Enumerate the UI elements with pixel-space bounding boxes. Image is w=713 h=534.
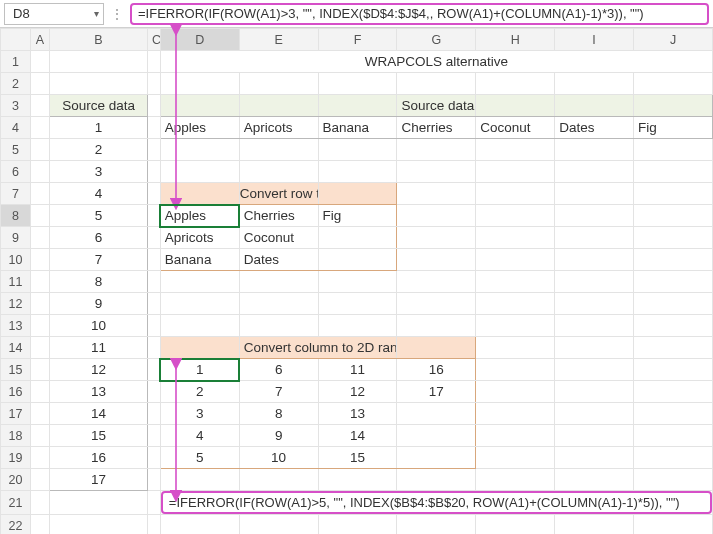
row-header[interactable]: 11: [1, 271, 31, 293]
cell[interactable]: 10: [50, 315, 148, 337]
cell[interactable]: 12: [318, 381, 397, 403]
col-header[interactable]: F: [318, 29, 397, 51]
cell[interactable]: Fig: [634, 117, 713, 139]
cell[interactable]: 1: [160, 359, 239, 381]
cell[interactable]: 17: [50, 469, 148, 491]
row-header[interactable]: 4: [1, 117, 31, 139]
cell[interactable]: 2: [50, 139, 148, 161]
select-all-corner[interactable]: [1, 29, 31, 51]
row-header[interactable]: 19: [1, 447, 31, 469]
row-header[interactable]: 14: [1, 337, 31, 359]
formula-text: =IFERROR(IF(ROW(A1)>3, "", INDEX($D$4:$J…: [138, 6, 644, 21]
col-header[interactable]: C: [148, 29, 161, 51]
row-header[interactable]: 21: [1, 491, 31, 515]
name-box-value: D8: [13, 6, 30, 21]
cell[interactable]: 15: [318, 447, 397, 469]
formula-input[interactable]: =IFERROR(IF(ROW(A1)>3, "", INDEX($D$4:$J…: [130, 3, 709, 25]
col-header[interactable]: J: [634, 29, 713, 51]
row-header[interactable]: 9: [1, 227, 31, 249]
row-header[interactable]: 7: [1, 183, 31, 205]
cell[interactable]: Apples: [160, 117, 239, 139]
cell[interactable]: 12: [50, 359, 148, 381]
cell[interactable]: Banana: [318, 117, 397, 139]
chevron-down-icon: ▾: [94, 8, 99, 19]
row-header[interactable]: 20: [1, 469, 31, 491]
cell[interactable]: 15: [50, 425, 148, 447]
cell[interactable]: 9: [239, 425, 318, 447]
cell[interactable]: Cherries: [397, 117, 476, 139]
cell[interactable]: 11: [318, 359, 397, 381]
cell[interactable]: Dates: [239, 249, 318, 271]
name-box[interactable]: D8 ▾: [4, 3, 104, 25]
row-header[interactable]: 5: [1, 139, 31, 161]
cell[interactable]: Coconut: [239, 227, 318, 249]
cell[interactable]: 4: [50, 183, 148, 205]
col-header[interactable]: A: [30, 29, 49, 51]
cell[interactable]: [318, 227, 397, 249]
cell[interactable]: [397, 425, 476, 447]
row-header[interactable]: 22: [1, 515, 31, 535]
cell[interactable]: 11: [50, 337, 148, 359]
row-header[interactable]: 16: [1, 381, 31, 403]
column-header-row: A B C D E F G H I J: [1, 29, 713, 51]
spreadsheet-grid: A B C D E F G H I J 1 WRAPCOLS alternati…: [0, 28, 713, 534]
row-header[interactable]: 13: [1, 315, 31, 337]
cell[interactable]: Banana: [160, 249, 239, 271]
cell[interactable]: Dates: [555, 117, 634, 139]
cell[interactable]: 13: [318, 403, 397, 425]
row-header[interactable]: 2: [1, 73, 31, 95]
cell[interactable]: Cherries: [239, 205, 318, 227]
cell[interactable]: 6: [239, 359, 318, 381]
cell[interactable]: [318, 249, 397, 271]
cell[interactable]: 5: [160, 447, 239, 469]
cell[interactable]: 5: [50, 205, 148, 227]
section1-header: [160, 183, 239, 205]
cell[interactable]: 10: [239, 447, 318, 469]
active-cell[interactable]: Apples: [160, 205, 239, 227]
cell[interactable]: 17: [397, 381, 476, 403]
cell[interactable]: 7: [239, 381, 318, 403]
cell[interactable]: 7: [50, 249, 148, 271]
row-header[interactable]: 18: [1, 425, 31, 447]
grid-table[interactable]: A B C D E F G H I J 1 WRAPCOLS alternati…: [0, 28, 713, 534]
row-header[interactable]: 1: [1, 51, 31, 73]
cell[interactable]: Fig: [318, 205, 397, 227]
formula-annotation: =IFERROR(IF(ROW(A1)>5, "", INDEX($B$4:$B…: [161, 491, 712, 514]
row-header[interactable]: 3: [1, 95, 31, 117]
cell[interactable]: 3: [160, 403, 239, 425]
col-header[interactable]: I: [555, 29, 634, 51]
cell[interactable]: 3: [50, 161, 148, 183]
cell[interactable]: Coconut: [476, 117, 555, 139]
row-header[interactable]: 15: [1, 359, 31, 381]
formula-separator: ⋮: [108, 6, 126, 22]
row-header[interactable]: 10: [1, 249, 31, 271]
row-header[interactable]: 12: [1, 293, 31, 315]
cell[interactable]: Apricots: [239, 117, 318, 139]
cell[interactable]: 9: [50, 293, 148, 315]
col-header[interactable]: E: [239, 29, 318, 51]
cell[interactable]: 6: [50, 227, 148, 249]
cell[interactable]: 16: [50, 447, 148, 469]
col-header[interactable]: H: [476, 29, 555, 51]
row-header[interactable]: 17: [1, 403, 31, 425]
col-header[interactable]: D: [160, 29, 239, 51]
cell[interactable]: [397, 403, 476, 425]
cell[interactable]: 16: [397, 359, 476, 381]
source-data-row-header: [160, 95, 239, 117]
cell[interactable]: 14: [318, 425, 397, 447]
col-header[interactable]: G: [397, 29, 476, 51]
cell[interactable]: 13: [50, 381, 148, 403]
col-header[interactable]: B: [50, 29, 148, 51]
section2-header: Convert column to 2D range: [239, 337, 397, 359]
cell[interactable]: 8: [50, 271, 148, 293]
cell[interactable]: 4: [160, 425, 239, 447]
cell[interactable]: 1: [50, 117, 148, 139]
formula-bar: D8 ▾ ⋮ =IFERROR(IF(ROW(A1)>3, "", INDEX(…: [0, 0, 713, 28]
cell[interactable]: [397, 447, 476, 469]
cell[interactable]: 8: [239, 403, 318, 425]
row-header[interactable]: 6: [1, 161, 31, 183]
cell[interactable]: 2: [160, 381, 239, 403]
cell[interactable]: 14: [50, 403, 148, 425]
cell[interactable]: Apricots: [160, 227, 239, 249]
row-header[interactable]: 8: [1, 205, 31, 227]
